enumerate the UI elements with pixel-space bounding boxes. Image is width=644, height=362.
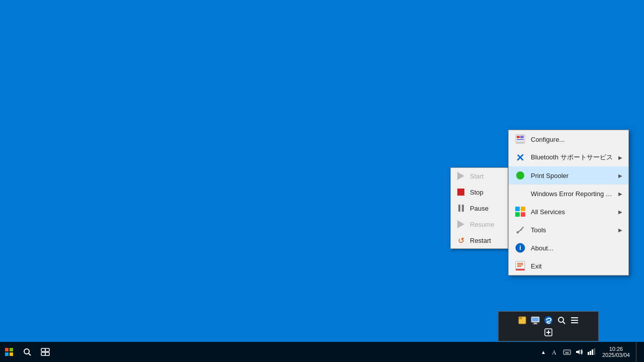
about-icon: i: [515, 242, 526, 253]
exit-icon: [515, 260, 526, 272]
clock-time: 10:26: [609, 346, 623, 352]
svg-rect-40: [45, 348, 49, 351]
tools-label: Tools: [531, 226, 613, 234]
all-services-label: All Services: [531, 208, 613, 216]
svg-point-37: [24, 349, 29, 354]
svg-rect-34: [10, 348, 13, 351]
menu-item-bluetooth[interactable]: Bluetooth サポートサービス ▶: [509, 148, 628, 166]
taskbar-right: ▲ A: [539, 342, 644, 362]
resume-label: Resume: [470, 221, 494, 228]
pause-button[interactable]: Pause: [451, 200, 508, 216]
restart-icon: ↺: [456, 235, 466, 245]
play-icon: [456, 171, 466, 181]
restart-label: Restart: [470, 237, 491, 244]
print-spooler-label: Print Spooler: [531, 172, 613, 179]
svg-rect-50: [588, 352, 589, 355]
system-clock[interactable]: 10:26 2025/03/04: [598, 346, 634, 358]
svg-rect-33: [5, 348, 9, 351]
svg-rect-16: [517, 264, 523, 265]
svg-rect-41: [41, 352, 45, 355]
svg-rect-8: [515, 212, 520, 217]
start-button[interactable]: Start: [451, 168, 508, 184]
tray-font-icon[interactable]: A: [550, 347, 560, 357]
svg-rect-2: [517, 139, 524, 140]
menu-item-all-services[interactable]: All Services ▶: [509, 203, 628, 221]
tray-keyboard-icon[interactable]: [562, 347, 572, 357]
svg-rect-19: [519, 317, 522, 319]
svg-marker-49: [576, 349, 580, 354]
menu-item-windows-error[interactable]: Windows Error Reporting Service ▶: [509, 185, 628, 203]
stop-button[interactable]: Stop: [451, 184, 508, 200]
all-services-icon: [515, 206, 526, 217]
windows-error-icon: [515, 188, 526, 199]
taskbar-start-icon[interactable]: [0, 342, 18, 362]
svg-rect-1: [517, 136, 520, 138]
svg-text:A: A: [552, 349, 556, 356]
notification-chevron[interactable]: ▲: [539, 349, 548, 355]
resume-button[interactable]: Resume: [451, 216, 508, 232]
svg-rect-14: [516, 269, 525, 270]
tray-network-icon[interactable]: [586, 347, 596, 357]
restart-button[interactable]: ↺ Restart: [451, 232, 508, 248]
stop-label: Stop: [470, 189, 484, 196]
svg-rect-21: [532, 318, 538, 321]
tray-volume-icon[interactable]: [574, 347, 584, 357]
taskbar: ▲ A: [0, 342, 644, 362]
show-desktop-button[interactable]: [636, 342, 640, 362]
svg-rect-23: [533, 324, 538, 324]
tray-edge-icon[interactable]: [543, 315, 553, 325]
svg-rect-22: [534, 323, 537, 324]
menu-item-configure[interactable]: Configure...: [509, 130, 628, 148]
svg-rect-7: [521, 207, 525, 211]
svg-point-25: [558, 317, 564, 322]
configure-icon: [515, 134, 526, 145]
taskbar-search-icon[interactable]: [18, 342, 36, 362]
svg-rect-5: [516, 142, 525, 144]
svg-rect-35: [5, 352, 9, 356]
resume-icon: [456, 219, 466, 229]
svg-line-38: [29, 353, 31, 355]
svg-text:i: i: [519, 244, 521, 251]
tray-search-icon[interactable]: [556, 315, 567, 325]
menu-item-about[interactable]: i About...: [509, 239, 628, 257]
tray-add-icon[interactable]: [543, 327, 553, 337]
svg-rect-51: [590, 351, 591, 355]
svg-rect-39: [41, 348, 45, 351]
svg-rect-6: [515, 207, 520, 211]
taskbar-taskview-icon[interactable]: [36, 342, 54, 362]
bluetooth-arrow: ▶: [618, 155, 622, 160]
menu-item-print-spooler[interactable]: Print Spooler ▶: [509, 166, 628, 185]
stop-icon: [456, 187, 466, 197]
svg-rect-36: [10, 352, 13, 356]
svg-rect-53: [594, 348, 595, 355]
taskbar-left: [0, 342, 539, 362]
svg-line-26: [563, 322, 565, 324]
service-control-panel: Start Stop Pause Resume ↺ Restart: [450, 167, 508, 249]
tray-tools2-icon[interactable]: [570, 315, 580, 325]
pause-label: Pause: [470, 205, 489, 212]
print-spooler-arrow: ▶: [618, 173, 622, 178]
clock-date: 2025/03/04: [602, 352, 630, 358]
print-spooler-icon: [515, 170, 526, 181]
svg-rect-42: [45, 352, 49, 355]
svg-point-10: [517, 231, 519, 233]
svg-rect-3: [520, 136, 524, 137]
all-services-arrow: ▶: [618, 209, 622, 215]
svg-rect-4: [520, 137, 524, 138]
mini-tray-popup: [498, 311, 599, 341]
mini-tray-row-2: [543, 327, 553, 337]
svg-rect-15: [517, 263, 523, 264]
svg-rect-17: [517, 266, 521, 267]
svg-rect-52: [592, 349, 593, 355]
menu-item-exit[interactable]: Exit: [509, 257, 628, 275]
tools-icon: [515, 224, 526, 235]
exit-label: Exit: [531, 262, 622, 270]
windows-error-arrow: ▶: [618, 191, 622, 197]
menu-item-tools[interactable]: Tools ▶: [509, 221, 628, 239]
bluetooth-label: Bluetooth サポートサービス: [531, 153, 613, 162]
tools-arrow: ▶: [618, 227, 622, 233]
tray-file-icon[interactable]: [517, 315, 527, 325]
context-menu: Configure... Bluetooth サポートサービス ▶ Print …: [508, 130, 629, 276]
windows-error-label: Windows Error Reporting Service: [531, 190, 613, 198]
tray-pc-icon[interactable]: [530, 315, 540, 325]
